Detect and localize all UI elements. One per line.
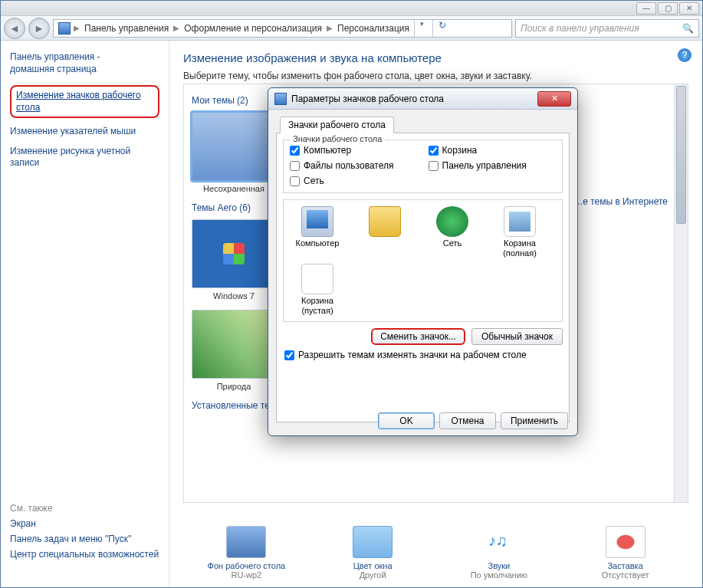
computer-icon: [301, 206, 333, 237]
maximize-button[interactable]: ▢: [658, 2, 678, 15]
sidebar-link-change-account-picture[interactable]: Изменение рисунка учетной записи: [10, 146, 159, 169]
control-panel-window: — ▢ ✕ ◄ ► ▶ Панель управления ▶ Оформлен…: [0, 0, 703, 588]
tab-desktop-icons[interactable]: Значки рабочего стола: [280, 117, 394, 133]
checkbox-network[interactable]: Сеть: [290, 176, 418, 186]
sidebar-home-link-2[interactable]: домашняя страница: [10, 64, 159, 74]
chevron-right-icon: ▶: [173, 24, 179, 32]
quick-window-color[interactable]: Цвет окна Другой: [323, 526, 422, 580]
cancel-button[interactable]: Отмена: [439, 412, 496, 429]
dialog-icon: [274, 93, 287, 105]
forward-button[interactable]: ►: [28, 18, 50, 39]
screensaver-icon: [606, 526, 646, 558]
sidebar-home-link[interactable]: Панель управления -: [10, 51, 159, 62]
checkbox-control-panel[interactable]: Панель управления: [429, 160, 557, 171]
background-icon: [226, 526, 266, 558]
see-also-label: См. также: [10, 503, 163, 514]
checkbox-user-files[interactable]: Файлы пользователя: [290, 160, 418, 171]
sidebar-link-change-desktop-icons[interactable]: Изменение значков рабочего стола: [10, 85, 159, 118]
close-button[interactable]: ✕: [679, 2, 699, 15]
icon-preview-box: Компьютер Сеть Корзина (полная) Корзина …: [283, 199, 563, 322]
folder-icon: [369, 206, 401, 237]
breadcrumb-dropdown[interactable]: ▾: [414, 20, 429, 37]
desktop-icons-group: Значки рабочего стола Компьютер Корзина …: [283, 140, 563, 193]
help-icon[interactable]: ?: [678, 48, 692, 62]
change-icon-button[interactable]: Сменить значок...: [371, 328, 465, 345]
theme-thumb: [192, 112, 276, 181]
quick-title: Звуки: [449, 561, 549, 570]
dialog-body: Значки рабочего стола Значки рабочего ст…: [268, 110, 577, 429]
icon-recycle-empty[interactable]: Корзина (пустая): [291, 264, 343, 315]
recycle-full-icon: [504, 206, 536, 237]
quick-sounds[interactable]: Звуки По умолчанию: [449, 526, 549, 580]
allow-themes-checkbox[interactable]: Разрешить темам изменять значки на рабоч…: [284, 350, 561, 360]
back-button[interactable]: ◄: [4, 18, 25, 39]
refresh-icon[interactable]: ↻: [432, 20, 451, 37]
page-subtitle: Выберите тему, чтобы изменить фон рабоче…: [183, 71, 688, 81]
theme-nature[interactable]: Природа: [192, 310, 276, 391]
sounds-icon: [479, 526, 519, 558]
theme-thumb: [192, 310, 276, 379]
dialog-footer: OK Отмена Применить: [378, 412, 568, 429]
address-bar-row: ◄ ► ▶ Панель управления ▶ Оформление и п…: [1, 16, 702, 41]
quick-sub: По умолчанию: [449, 570, 549, 580]
default-icon-button[interactable]: Обычный значок: [471, 328, 563, 345]
ok-button[interactable]: OK: [378, 412, 435, 429]
breadcrumb-item[interactable]: Персонализация: [336, 23, 411, 34]
chevron-right-icon: ▶: [327, 24, 333, 32]
group-title: Значки рабочего стола: [290, 134, 385, 143]
page-title: Изменение изображения и звука на компьют…: [183, 51, 688, 64]
search-input[interactable]: Поиск в панели управления 🔍: [515, 19, 699, 38]
see-also-taskbar[interactable]: Панель задач и меню "Пуск": [10, 534, 163, 544]
personalization-quick-row: Фон рабочего стола RU-wp2 Цвет окна Друг…: [183, 526, 688, 580]
apply-button[interactable]: Применить: [501, 412, 568, 429]
theme-windows7[interactable]: Windows 7: [192, 219, 276, 301]
icon-network[interactable]: Сеть: [426, 206, 478, 258]
icon-user-folder[interactable]: [359, 206, 411, 258]
see-also-ease[interactable]: Центр специальных возможностей: [10, 549, 163, 560]
quick-title: Цвет окна: [323, 561, 422, 570]
desktop-icon-settings-dialog: Параметры значков рабочего стола ✕ Значк…: [268, 87, 578, 436]
see-also-display[interactable]: Экран: [10, 518, 163, 529]
theme-thumb: [192, 219, 276, 288]
checkbox-computer[interactable]: Компьютер: [290, 145, 418, 156]
breadcrumb[interactable]: ▶ Панель управления ▶ Оформление и персо…: [53, 19, 512, 38]
dialog-titlebar[interactable]: Параметры значков рабочего стола ✕: [268, 88, 577, 110]
network-icon: [436, 206, 468, 237]
quick-title: Фон рабочего стола: [196, 561, 296, 570]
minimize-button[interactable]: —: [636, 2, 656, 15]
theme-label: Природа: [192, 382, 276, 391]
more-themes-link[interactable]: …е темы в Интернете: [573, 196, 668, 207]
quick-screensaver[interactable]: Заставка Отсутствует: [576, 526, 675, 580]
quick-background[interactable]: Фон рабочего стола RU-wp2: [196, 526, 296, 580]
quick-sub: Отсутствует: [576, 570, 675, 580]
vertical-scrollbar[interactable]: [674, 84, 688, 502]
sidebar: Панель управления - домашняя страница Из…: [1, 41, 169, 587]
window-color-icon: [353, 526, 393, 558]
quick-title: Заставка: [576, 561, 675, 570]
recycle-empty-icon: [301, 264, 333, 294]
icon-recycle-full[interactable]: Корзина (полная): [494, 206, 546, 258]
theme-label: Несохраненная: [192, 184, 276, 193]
icon-computer[interactable]: Компьютер: [291, 206, 343, 258]
breadcrumb-item[interactable]: Оформление и персонализация: [182, 23, 324, 34]
quick-sub: Другой: [323, 570, 422, 580]
control-panel-icon: [58, 22, 71, 34]
dialog-title: Параметры значков рабочего стола: [291, 94, 444, 104]
window-titlebar: — ▢ ✕: [1, 1, 702, 16]
dialog-close-button[interactable]: ✕: [537, 91, 571, 107]
breadcrumb-item[interactable]: Панель управления: [83, 23, 170, 34]
checkbox-recycle-bin[interactable]: Корзина: [429, 145, 557, 156]
theme-label: Windows 7: [192, 291, 276, 301]
sidebar-link-change-pointers[interactable]: Изменение указателей мыши: [10, 126, 159, 138]
theme-unsaved[interactable]: Несохраненная: [192, 112, 276, 193]
tab-control: Значки рабочего стола Значки рабочего ст…: [276, 133, 570, 422]
search-placeholder: Поиск в панели управления: [521, 23, 639, 34]
chevron-right-icon: ▶: [74, 24, 80, 32]
search-icon: 🔍: [682, 23, 694, 34]
sidebar-see-also: См. также Экран Панель задач и меню "Пус…: [10, 503, 163, 564]
quick-sub: RU-wp2: [196, 570, 296, 580]
